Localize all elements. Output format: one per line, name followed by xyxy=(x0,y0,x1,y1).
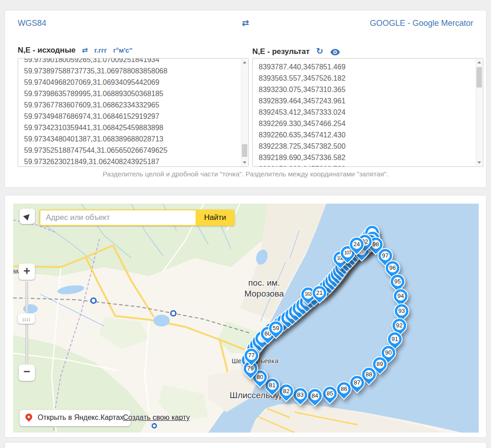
search-input[interactable] xyxy=(39,209,196,226)
marker-number: 85 xyxy=(325,389,334,398)
map-marker-93[interactable]: 93 xyxy=(394,303,409,319)
map-marker-94[interactable]: 94 xyxy=(393,288,408,304)
marker-number: 93 xyxy=(397,307,406,316)
swap-columns-icon[interactable]: ⇄ xyxy=(82,46,88,54)
coordinate-line: 59.97342310359441,31.068425459883898 xyxy=(24,122,248,133)
coordinate-line: 59.97390180059265,31.07009251841934 xyxy=(24,58,248,65)
decimal-degrees-link[interactable]: г.ггг xyxy=(94,46,107,54)
marker-number: 88 xyxy=(364,370,373,379)
map-markers-layer: 9897969594939291908988878685848382818079… xyxy=(13,204,479,433)
marker-number: 89 xyxy=(375,360,384,369)
refresh-icon[interactable]: ↻ xyxy=(316,46,323,56)
map-search-bar: Найти xyxy=(39,209,235,226)
source-section-header: N,E - исходные⇄г.гггг°м'с'' xyxy=(18,46,133,57)
open-in-yandex-maps-button[interactable]: Открыть в Яндекс.Картах xyxy=(20,410,131,426)
map-marker-95[interactable]: 95 xyxy=(390,274,405,289)
result-scrollbar[interactable] xyxy=(476,59,482,166)
converter-card: WGS84 ⇄ GOOGLE - Google Mercator N,E - и… xyxy=(5,10,486,188)
converter-header: WGS84 ⇄ GOOGLE - Google Mercator xyxy=(18,19,473,29)
marker-number: 97 xyxy=(381,251,390,260)
zoom-slider-handle[interactable] xyxy=(18,313,35,324)
create-own-map-link[interactable]: Создать свою карту xyxy=(123,414,190,422)
target-system-link[interactable]: GOOGLE - Google Mercator xyxy=(370,19,473,28)
map-card: пос. им.МорозоваШереметьевкаШлиссельбург… xyxy=(5,195,486,438)
map-marker-24[interactable]: 24 xyxy=(349,237,364,252)
coordinate-line: 59.97367783607609,31.06862334332965 xyxy=(24,99,248,111)
marker-number: 77 xyxy=(247,351,256,360)
marker-number: 84 xyxy=(310,391,319,400)
coordinate-line: 8392839.464,3457243.961 xyxy=(259,95,483,107)
map-marker-21[interactable]: 21 xyxy=(312,285,327,301)
map-canvas[interactable]: пос. им.МорозоваШереметьевкаШлиссельбург… xyxy=(13,204,479,433)
coordinate-line: 8392189.690,3457336.582 xyxy=(259,152,483,163)
ruler-dots-icon xyxy=(22,318,30,322)
zoom-in-button[interactable]: + xyxy=(19,263,35,280)
map-marker-77[interactable]: 77 xyxy=(244,348,259,363)
source-scrollbar[interactable] xyxy=(241,59,248,166)
marker-number: 59 xyxy=(271,324,280,333)
scroll-up-arrow[interactable] xyxy=(476,59,483,66)
coordinate-line: 59.973897588737735,31.069788083858068 xyxy=(24,65,248,77)
marker-number: 82 xyxy=(282,387,291,396)
marker-number: 83 xyxy=(296,390,305,399)
marker-number: 90 xyxy=(384,348,393,357)
map-marker-84[interactable]: 84 xyxy=(307,388,323,404)
zoom-out-button[interactable]: − xyxy=(19,365,35,381)
separator-note: Разделитель целой и дробной части "точка… xyxy=(5,170,486,178)
coordinate-line: 8393230.075,3457310.365 xyxy=(259,84,483,95)
source-coordinates-input[interactable]: 59.97390180059265,31.0700925184193459.97… xyxy=(18,58,249,167)
marker-number: 86 xyxy=(339,385,349,394)
coordinate-line: 59.97349487686974,31.06846152919297 xyxy=(24,111,248,122)
marker-number: 96 xyxy=(388,263,397,273)
coordinate-line: 8392158.832,3457262.738 xyxy=(259,163,483,167)
coordinate-line: 8392453.412,3457333.024 xyxy=(259,107,483,118)
marker-number: 24 xyxy=(352,240,361,249)
coordinate-line: 59.97398635789995,31.068893050368185 xyxy=(24,88,248,99)
coordinate-line: 8392269.330,3457466.254 xyxy=(259,118,483,129)
marker-number: 94 xyxy=(396,292,405,301)
coordinate-line: 59.97404968207069,31.06934095442069 xyxy=(24,77,248,88)
scrollbar-thumb[interactable] xyxy=(476,67,482,88)
search-button[interactable]: Найти xyxy=(196,209,235,226)
scroll-up-arrow[interactable] xyxy=(241,59,248,66)
source-system-link[interactable]: WGS84 xyxy=(18,19,46,28)
map-marker-85[interactable]: 85 xyxy=(322,386,338,401)
marker-number: 81 xyxy=(268,381,277,390)
coordinate-line: 59.9732623021849,31.062408243925187 xyxy=(24,156,248,167)
marker-number: 92 xyxy=(395,321,404,330)
coordinate-line: 59.97343480401387,31.068389688028713 xyxy=(24,133,248,145)
eye-icon[interactable] xyxy=(330,49,340,57)
map-marker-86[interactable]: 86 xyxy=(336,381,352,397)
coordinate-line: 8393563.557,3457526.182 xyxy=(259,73,483,84)
coordinate-line: 8393787.440,3457851.469 xyxy=(259,61,483,73)
result-coordinates-text: 8393787.440,3457851.4698393563.557,34575… xyxy=(253,61,483,167)
map-marker-83[interactable]: 83 xyxy=(293,387,308,403)
marker-number: 21 xyxy=(315,288,324,297)
source-title: N,E - исходные xyxy=(18,46,75,55)
coordinate-line: 8392260.635,3457412.430 xyxy=(259,129,483,141)
result-section-header: N,E - результат↻ xyxy=(252,46,340,57)
result-title: N,E - результат xyxy=(252,47,309,56)
marker-number: 91 xyxy=(390,335,399,344)
source-coordinates-text: 59.97390180059265,31.0700925184193459.97… xyxy=(18,58,248,167)
marker-number: 95 xyxy=(393,277,402,286)
map-marker-59[interactable]: 59 xyxy=(268,321,284,336)
marker-number: 87 xyxy=(353,378,362,387)
geolocation-arrow-icon xyxy=(23,212,32,220)
result-coordinates-output[interactable]: 8393787.440,3457851.4698393563.557,34575… xyxy=(252,58,483,167)
yandex-pin-icon xyxy=(24,412,34,422)
geolocation-button[interactable] xyxy=(20,209,35,224)
next-section-card xyxy=(5,442,486,448)
scroll-down-arrow[interactable] xyxy=(241,159,248,166)
dms-link[interactable]: г°м'с'' xyxy=(113,46,132,54)
coordinate-line: 8392238.725,3457382.500 xyxy=(259,141,483,152)
scrollbar-thumb[interactable] xyxy=(242,144,247,157)
coordinate-line: 59.973525188747544,31.065650266749625 xyxy=(24,145,248,156)
swap-systems-icon[interactable]: ⇄ xyxy=(242,18,249,28)
scroll-down-arrow[interactable] xyxy=(476,159,483,166)
map-marker-82[interactable]: 82 xyxy=(279,384,294,399)
